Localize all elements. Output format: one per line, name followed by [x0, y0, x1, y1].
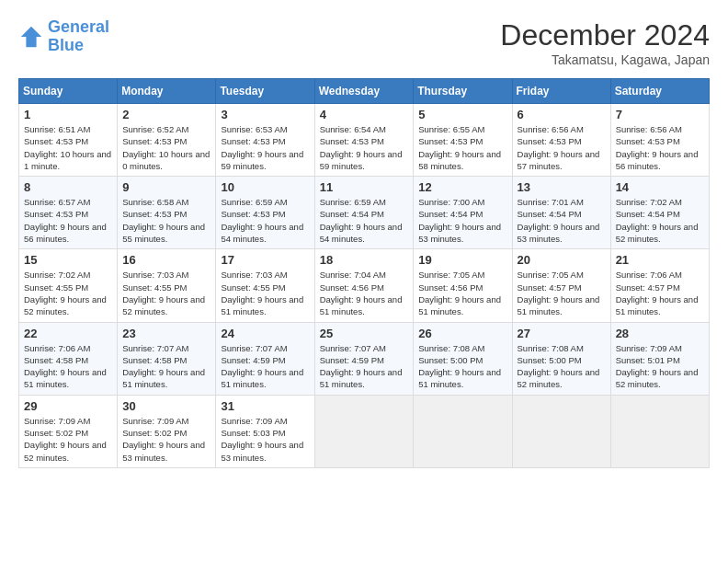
- table-row: 16 Sunrise: 7:03 AM Sunset: 4:55 PM Dayl…: [118, 249, 216, 322]
- day-number: 7: [616, 108, 704, 121]
- col-saturday: Saturday: [610, 79, 709, 104]
- col-wednesday: Wednesday: [314, 79, 414, 104]
- day-number: 4: [320, 108, 409, 121]
- day-number: 18: [320, 253, 409, 267]
- table-row: 20 Sunrise: 7:05 AM Sunset: 4:57 PM Dayl…: [512, 249, 610, 322]
- table-row: 11 Sunrise: 6:59 AM Sunset: 4:54 PM Dayl…: [314, 177, 414, 249]
- cell-content: Sunrise: 7:09 AM Sunset: 5:02 PM Dayligh…: [122, 415, 210, 464]
- day-number: 30: [122, 399, 210, 413]
- table-row: 4 Sunrise: 6:54 AM Sunset: 4:53 PM Dayli…: [314, 104, 414, 177]
- cell-content: Sunrise: 6:56 AM Sunset: 4:53 PM Dayligh…: [518, 123, 606, 172]
- location: Takamatsu, Kagawa, Japan: [500, 52, 710, 67]
- cell-content: Sunrise: 6:55 AM Sunset: 4:53 PM Dayligh…: [418, 123, 506, 172]
- cell-content: Sunrise: 7:02 AM Sunset: 4:55 PM Dayligh…: [24, 269, 112, 317]
- cell-content: Sunrise: 6:53 AM Sunset: 4:53 PM Dayligh…: [221, 123, 309, 172]
- day-number: 24: [221, 327, 309, 340]
- col-tuesday: Tuesday: [216, 79, 314, 104]
- cell-content: Sunrise: 7:08 AM Sunset: 5:00 PM Dayligh…: [518, 342, 606, 391]
- logo-icon: [18, 24, 44, 50]
- table-row: 7 Sunrise: 6:56 AM Sunset: 4:53 PM Dayli…: [610, 104, 709, 177]
- day-number: 25: [320, 327, 409, 340]
- day-number: 5: [418, 108, 506, 121]
- day-number: 21: [616, 253, 704, 267]
- cell-content: Sunrise: 7:02 AM Sunset: 4:54 PM Dayligh…: [616, 196, 704, 245]
- cell-content: Sunrise: 7:08 AM Sunset: 5:00 PM Dayligh…: [418, 342, 506, 391]
- day-number: 13: [518, 180, 606, 194]
- day-number: 11: [320, 180, 409, 194]
- cell-content: Sunrise: 7:03 AM Sunset: 4:55 PM Dayligh…: [122, 269, 210, 317]
- day-number: 6: [518, 108, 606, 121]
- day-number: 8: [24, 180, 112, 194]
- day-number: 3: [221, 108, 309, 121]
- table-row: 26 Sunrise: 7:08 AM Sunset: 5:00 PM Dayl…: [414, 322, 512, 395]
- day-number: 29: [24, 399, 112, 413]
- table-row: 6 Sunrise: 6:56 AM Sunset: 4:53 PM Dayli…: [512, 104, 610, 177]
- table-row: 5 Sunrise: 6:55 AM Sunset: 4:53 PM Dayli…: [414, 104, 512, 177]
- cell-content: Sunrise: 7:09 AM Sunset: 5:01 PM Dayligh…: [616, 342, 704, 391]
- col-thursday: Thursday: [414, 79, 512, 104]
- table-row: [314, 395, 414, 467]
- cell-content: Sunrise: 6:52 AM Sunset: 4:53 PM Dayligh…: [122, 123, 210, 172]
- table-row: [512, 395, 610, 467]
- calendar-week-row: 8 Sunrise: 6:57 AM Sunset: 4:53 PM Dayli…: [19, 177, 710, 249]
- cell-content: Sunrise: 7:05 AM Sunset: 4:57 PM Dayligh…: [518, 269, 606, 317]
- day-number: 16: [122, 253, 210, 267]
- table-row: 29 Sunrise: 7:09 AM Sunset: 5:02 PM Dayl…: [19, 395, 118, 467]
- table-row: 18 Sunrise: 7:04 AM Sunset: 4:56 PM Dayl…: [314, 249, 414, 322]
- cell-content: Sunrise: 7:09 AM Sunset: 5:02 PM Dayligh…: [24, 415, 112, 464]
- cell-content: Sunrise: 7:07 AM Sunset: 4:58 PM Dayligh…: [122, 342, 210, 391]
- day-number: 15: [24, 253, 112, 267]
- col-sunday: Sunday: [19, 79, 118, 104]
- table-row: 30 Sunrise: 7:09 AM Sunset: 5:02 PM Dayl…: [118, 395, 216, 467]
- day-number: 26: [418, 327, 506, 340]
- day-number: 23: [122, 327, 210, 340]
- calendar-week-row: 29 Sunrise: 7:09 AM Sunset: 5:02 PM Dayl…: [19, 395, 710, 467]
- cell-content: Sunrise: 7:05 AM Sunset: 4:56 PM Dayligh…: [418, 269, 506, 317]
- day-number: 10: [221, 180, 309, 194]
- col-monday: Monday: [118, 79, 216, 104]
- calendar-header-row: Sunday Monday Tuesday Wednesday Thursday…: [19, 79, 710, 104]
- day-number: 12: [418, 180, 506, 194]
- logo: General Blue: [18, 18, 109, 55]
- calendar-week-row: 1 Sunrise: 6:51 AM Sunset: 4:53 PM Dayli…: [19, 104, 710, 177]
- month-year: December 2024: [500, 18, 710, 52]
- cell-content: Sunrise: 6:56 AM Sunset: 4:53 PM Dayligh…: [616, 123, 704, 172]
- cell-content: Sunrise: 6:59 AM Sunset: 4:53 PM Dayligh…: [221, 196, 309, 245]
- table-row: 31 Sunrise: 7:09 AM Sunset: 5:03 PM Dayl…: [216, 395, 314, 467]
- cell-content: Sunrise: 7:07 AM Sunset: 4:59 PM Dayligh…: [320, 342, 409, 391]
- day-number: 1: [24, 108, 112, 121]
- table-row: 27 Sunrise: 7:08 AM Sunset: 5:00 PM Dayl…: [512, 322, 610, 395]
- day-number: 31: [221, 399, 309, 413]
- table-row: [610, 395, 709, 467]
- table-row: 12 Sunrise: 7:00 AM Sunset: 4:54 PM Dayl…: [414, 177, 512, 249]
- calendar-table: Sunday Monday Tuesday Wednesday Thursday…: [18, 78, 710, 468]
- day-number: 9: [122, 180, 210, 194]
- title-block: December 2024 Takamatsu, Kagawa, Japan: [500, 18, 710, 67]
- col-friday: Friday: [512, 79, 610, 104]
- logo-text: General Blue: [48, 18, 109, 55]
- day-number: 27: [518, 327, 606, 340]
- cell-content: Sunrise: 6:59 AM Sunset: 4:54 PM Dayligh…: [320, 196, 409, 245]
- table-row: 19 Sunrise: 7:05 AM Sunset: 4:56 PM Dayl…: [414, 249, 512, 322]
- table-row: 28 Sunrise: 7:09 AM Sunset: 5:01 PM Dayl…: [610, 322, 709, 395]
- day-number: 20: [518, 253, 606, 267]
- calendar-week-row: 22 Sunrise: 7:06 AM Sunset: 4:58 PM Dayl…: [19, 322, 710, 395]
- table-row: [414, 395, 512, 467]
- table-row: 15 Sunrise: 7:02 AM Sunset: 4:55 PM Dayl…: [19, 249, 118, 322]
- cell-content: Sunrise: 6:54 AM Sunset: 4:53 PM Dayligh…: [320, 123, 409, 172]
- table-row: 2 Sunrise: 6:52 AM Sunset: 4:53 PM Dayli…: [118, 104, 216, 177]
- table-row: 25 Sunrise: 7:07 AM Sunset: 4:59 PM Dayl…: [314, 322, 414, 395]
- day-number: 2: [122, 108, 210, 121]
- cell-content: Sunrise: 7:03 AM Sunset: 4:55 PM Dayligh…: [221, 269, 309, 317]
- table-row: 24 Sunrise: 7:07 AM Sunset: 4:59 PM Dayl…: [216, 322, 314, 395]
- cell-content: Sunrise: 7:07 AM Sunset: 4:59 PM Dayligh…: [221, 342, 309, 391]
- day-number: 19: [418, 253, 506, 267]
- cell-content: Sunrise: 7:04 AM Sunset: 4:56 PM Dayligh…: [320, 269, 409, 317]
- cell-content: Sunrise: 7:09 AM Sunset: 5:03 PM Dayligh…: [221, 415, 309, 464]
- day-number: 22: [24, 327, 112, 340]
- page-header: General Blue December 2024 Takamatsu, Ka…: [18, 18, 710, 67]
- cell-content: Sunrise: 7:06 AM Sunset: 4:58 PM Dayligh…: [24, 342, 112, 391]
- table-row: 9 Sunrise: 6:58 AM Sunset: 4:53 PM Dayli…: [118, 177, 216, 249]
- cell-content: Sunrise: 6:57 AM Sunset: 4:53 PM Dayligh…: [24, 196, 112, 245]
- day-number: 17: [221, 253, 309, 267]
